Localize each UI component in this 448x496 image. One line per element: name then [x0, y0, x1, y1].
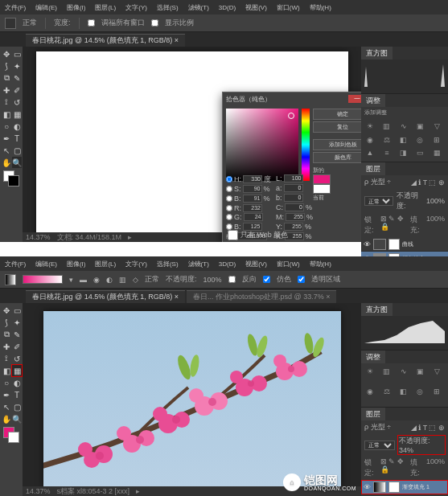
pen-tool-icon[interactable]: ✒ [2, 389, 11, 400]
a-value[interactable]: 0 [284, 184, 303, 192]
opt-checkbox[interactable] [151, 19, 158, 27]
radial-grad-icon[interactable]: ◉ [93, 276, 100, 284]
shape-tool-icon[interactable]: ▢ [12, 145, 22, 156]
histogram-tab[interactable]: 直方图 [361, 303, 393, 316]
chmix-icon[interactable]: ⊞ [430, 386, 443, 397]
marquee-tool-icon[interactable]: ▭ [12, 305, 22, 316]
menu-item[interactable]: 图像(I) [67, 3, 86, 12]
layers-tab[interactable]: 图层 [361, 408, 385, 420]
dodge-tool-icon[interactable]: ◐ [12, 121, 22, 132]
dither-checkbox[interactable] [263, 276, 270, 283]
layer-name[interactable]: 曲线 [402, 240, 446, 248]
b2-radio[interactable] [226, 223, 232, 230]
menu-item[interactable]: 文件(F) [5, 3, 26, 12]
adjust-tab[interactable]: 调整 [361, 94, 385, 107]
blend-mode-select[interactable]: 正常 [364, 196, 393, 206]
add-swatch-button[interactable]: 添加到色板 [313, 139, 361, 150]
g-value[interactable]: 24 [244, 213, 263, 221]
move-tool-icon[interactable]: ✥ [2, 48, 11, 59]
menu-item[interactable]: 编辑(E) [35, 260, 57, 268]
angle-grad-icon[interactable]: ◐ [106, 276, 113, 284]
exposure-icon[interactable]: ▣ [413, 366, 426, 377]
close-button[interactable]: — ✕ [348, 95, 361, 103]
blur-tool-icon[interactable]: ○ [2, 377, 11, 388]
l-value[interactable]: 100 [284, 174, 303, 182]
visibility-icon[interactable]: 👁 [363, 483, 371, 491]
layer-row[interactable]: 👁渐变填充 1 [361, 480, 448, 494]
trans-checkbox[interactable] [298, 276, 305, 283]
menu-item[interactable]: 文字(Y) [125, 260, 147, 268]
layer-thumb[interactable] [373, 482, 386, 493]
exposure-icon[interactable]: ▣ [413, 121, 426, 132]
g-radio[interactable] [226, 214, 232, 220]
stamp-tool-icon[interactable]: ⟟ [2, 96, 11, 108]
menu-item[interactable]: 窗口(W) [277, 260, 300, 268]
colbal-icon[interactable]: ⚖ [380, 386, 393, 397]
histogram-tab[interactable]: 直方图 [361, 47, 393, 59]
doc-tab[interactable]: 春日桃花.jpg @ 14.5% (颜色填充 1, RGB/8) × [26, 290, 185, 303]
menu-item[interactable]: 文字(Y) [125, 3, 147, 12]
layer-mask[interactable] [388, 239, 400, 250]
ok-button[interactable]: 确定 [313, 109, 361, 120]
canvas-area[interactable]: 14.37% 文档: 34.4M/158.1M ▸ 拾色器（纯色） — ✕ 确定 [23, 47, 361, 242]
menu-item[interactable]: 图像(I) [67, 260, 86, 268]
b-value[interactable]: 91 [243, 195, 262, 203]
opacity-highlight[interactable]: 不透明度: 34% [398, 436, 445, 454]
brightness-icon[interactable]: ☀ [364, 366, 376, 377]
move-tool-icon[interactable]: ✥ [2, 305, 11, 316]
pen-tool-icon[interactable]: ✒ [2, 133, 11, 144]
vibrance-icon[interactable]: ▽ [430, 366, 443, 377]
curves-icon[interactable]: ∿ [397, 366, 410, 377]
stamp-tool-icon[interactable]: ⟟ [2, 353, 11, 364]
tool-preset-icon[interactable] [5, 274, 16, 285]
r-value[interactable]: 232 [243, 204, 262, 212]
menu-item[interactable]: 选择(S) [157, 3, 179, 12]
photo-filter-icon[interactable]: ◎ [413, 386, 426, 397]
c-value[interactable]: 0 [285, 203, 304, 211]
layer-thumb[interactable] [373, 239, 386, 250]
shape-tool-icon[interactable]: ▢ [12, 401, 22, 412]
hue-icon[interactable]: ◉ [364, 386, 376, 397]
path-tool-icon[interactable]: ↖ [2, 145, 11, 156]
h-value[interactable]: 330 [243, 175, 262, 183]
zoom-level[interactable]: 14.37% [26, 487, 51, 495]
bw-icon[interactable]: ◧ [397, 134, 410, 146]
menu-item[interactable]: 文件(F) [5, 260, 26, 268]
heal-tool-icon[interactable]: ✚ [2, 341, 11, 352]
diamond-grad-icon[interactable]: ◇ [133, 276, 138, 284]
hue-icon[interactable]: ◉ [364, 134, 376, 146]
s-radio[interactable] [226, 186, 232, 192]
text-tool-icon[interactable]: T [12, 133, 22, 144]
eraser-tool-icon[interactable]: ◧ [2, 109, 11, 120]
crop-tool-icon[interactable]: ⧉ [2, 329, 11, 340]
marquee-tool-icon[interactable]: ▭ [12, 48, 22, 59]
dodge-tool-icon[interactable]: ◐ [12, 377, 22, 388]
chmix-icon[interactable]: ⊞ [430, 134, 443, 146]
s-value[interactable]: 90 [243, 185, 262, 193]
crop-tool-icon[interactable]: ⧉ [2, 72, 11, 84]
color-swatches[interactable] [2, 425, 22, 446]
lasso-tool-icon[interactable]: ⟆ [2, 317, 11, 328]
history-brush-icon[interactable]: ↺ [12, 353, 22, 364]
gradmap-icon[interactable]: ▭ [413, 147, 426, 158]
r-radio[interactable] [226, 205, 232, 211]
hand-tool-icon[interactable]: ✋ [2, 157, 11, 168]
gradient-tool-icon[interactable]: ▦ [12, 109, 22, 120]
hue-slider[interactable] [302, 109, 310, 181]
menu-item[interactable]: 3D(D) [219, 4, 236, 11]
color-swatches[interactable] [2, 169, 22, 190]
blur-tool-icon[interactable]: ○ [2, 121, 11, 132]
hand-tool-icon[interactable]: ✋ [2, 413, 11, 424]
m-value[interactable]: 255 [286, 213, 305, 221]
zoom-tool-icon[interactable]: 🔍 [12, 413, 22, 424]
heal-tool-icon[interactable]: ✚ [2, 84, 11, 96]
history-brush-icon[interactable]: ↺ [12, 96, 22, 108]
layer-mask[interactable] [388, 482, 400, 493]
brush-tool-icon[interactable]: ✐ [12, 341, 22, 352]
gradient-preview[interactable] [23, 275, 63, 284]
menu-item[interactable]: 视图(V) [245, 3, 267, 12]
linear-grad-icon[interactable]: ▬ [80, 276, 87, 284]
text-tool-icon[interactable]: T [12, 389, 22, 400]
background-color[interactable] [8, 432, 19, 443]
blend-mode-select[interactable]: 正常 [364, 441, 395, 450]
